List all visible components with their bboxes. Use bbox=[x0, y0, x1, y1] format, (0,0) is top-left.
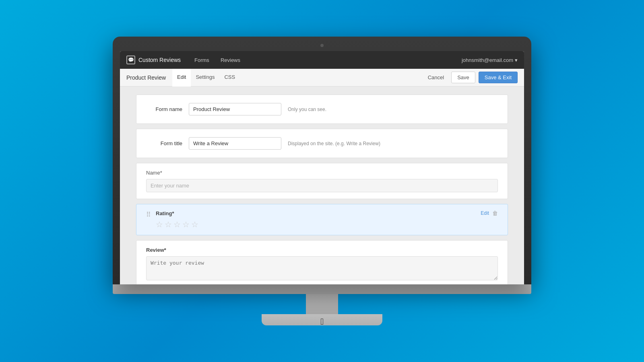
form-title-card: Form title Displayed on the site. (e.g. … bbox=[136, 129, 508, 158]
cancel-button[interactable]: Cancel bbox=[424, 72, 448, 83]
subheader-tabs: Edit Settings CSS bbox=[172, 69, 424, 86]
form-title-label: Form title bbox=[146, 140, 182, 146]
rating-actions: Edit 🗑 bbox=[481, 210, 498, 216]
rating-content: Rating* Edit 🗑 ☆ ☆ ☆ ☆ ☆ bbox=[156, 210, 498, 229]
brand-icon-symbol: 💬 bbox=[128, 57, 134, 63]
user-menu[interactable]: johnsmith@email.com ▾ bbox=[462, 57, 518, 63]
subheader: Product Review Edit Settings CSS Cancel … bbox=[120, 69, 524, 86]
name-field-section: Name* Enter your name bbox=[136, 163, 508, 199]
rating-required: * bbox=[172, 210, 174, 216]
tab-settings[interactable]: Settings bbox=[191, 69, 219, 86]
review-field-section: Review* bbox=[136, 240, 508, 284]
page-title: Product Review bbox=[126, 74, 166, 81]
monitor-stand-neck bbox=[306, 294, 338, 314]
star-5[interactable]: ☆ bbox=[191, 220, 198, 229]
save-exit-button[interactable]: Save & Exit bbox=[479, 72, 518, 83]
review-label: Review* bbox=[146, 247, 498, 253]
nav-reviews[interactable]: Reviews bbox=[215, 51, 246, 69]
rating-label: Rating* bbox=[156, 210, 174, 216]
review-textarea[interactable] bbox=[146, 256, 498, 280]
star-4[interactable]: ☆ bbox=[182, 220, 190, 229]
brand-name: Custom Reviews bbox=[138, 57, 181, 63]
drag-handle-icon[interactable]: ⠿ bbox=[146, 211, 151, 218]
rating-label-text: Rating bbox=[156, 210, 172, 216]
review-label-text: Review bbox=[146, 247, 164, 253]
monitor-stand-base:  bbox=[262, 314, 382, 325]
form-name-card: Form name Only you can see. bbox=[136, 95, 508, 124]
name-label-text: Name bbox=[146, 170, 160, 176]
save-button[interactable]: Save bbox=[451, 72, 475, 83]
form-name-hint: Only you can see. bbox=[288, 107, 326, 112]
tab-edit[interactable]: Edit bbox=[172, 69, 191, 86]
navbar-links: Forms Reviews bbox=[189, 51, 462, 69]
rating-field-section: ⠿ Rating* Edit 🗑 ☆ bbox=[136, 204, 508, 235]
review-required: * bbox=[164, 247, 166, 253]
name-required: * bbox=[160, 170, 162, 176]
monitor: 💬 Custom Reviews Forms Reviews johnsmith… bbox=[113, 37, 531, 284]
star-3[interactable]: ☆ bbox=[173, 220, 181, 229]
apple-logo-icon:  bbox=[320, 317, 324, 327]
monitor-camera bbox=[320, 44, 324, 47]
form-title-hint: Displayed on the site. (e.g. Write a Rev… bbox=[288, 141, 380, 146]
tab-css[interactable]: CSS bbox=[219, 69, 240, 86]
subheader-actions: Cancel Save Save & Exit bbox=[424, 72, 518, 83]
form-name-input[interactable] bbox=[189, 103, 281, 115]
brand-icon: 💬 bbox=[126, 56, 135, 64]
screen: 💬 Custom Reviews Forms Reviews johnsmith… bbox=[120, 51, 524, 284]
user-dropdown-icon: ▾ bbox=[515, 57, 518, 63]
main-content: Form name Only you can see. Form title D… bbox=[120, 86, 524, 284]
navbar: 💬 Custom Reviews Forms Reviews johnsmith… bbox=[120, 51, 524, 69]
user-email: johnsmith@email.com bbox=[462, 57, 513, 63]
star-1[interactable]: ☆ bbox=[156, 220, 163, 229]
brand: 💬 Custom Reviews bbox=[126, 56, 181, 64]
rating-header: Rating* Edit 🗑 bbox=[156, 210, 498, 216]
form-title-row: Form title Displayed on the site. (e.g. … bbox=[146, 137, 498, 150]
nav-forms[interactable]: Forms bbox=[189, 51, 215, 69]
form-name-label: Form name bbox=[146, 106, 182, 112]
star-2[interactable]: ☆ bbox=[165, 220, 172, 229]
rating-edit-button[interactable]: Edit bbox=[481, 210, 489, 216]
star-rating[interactable]: ☆ ☆ ☆ ☆ ☆ bbox=[156, 220, 498, 229]
rating-delete-button[interactable]: 🗑 bbox=[492, 210, 498, 216]
form-title-input[interactable] bbox=[189, 137, 281, 150]
form-name-row: Form name Only you can see. bbox=[146, 103, 498, 115]
name-field-label: Name* bbox=[146, 170, 498, 176]
name-input-placeholder[interactable]: Enter your name bbox=[146, 179, 498, 192]
monitor-bottom-bezel bbox=[113, 284, 531, 294]
